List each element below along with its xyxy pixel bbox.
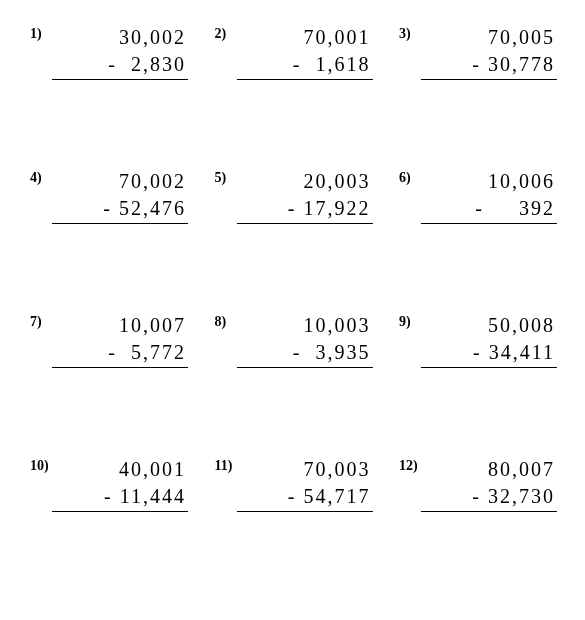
problem-item: 4) 70,002 - 52,476 <box>28 168 188 224</box>
problem-body: 70,003 - 54,717 <box>241 456 373 512</box>
problem-item: 8) 10,003 - 3,935 <box>213 312 373 368</box>
subtrahend-line: - 392 <box>425 195 557 222</box>
problem-body: 40,001 - 11,444 <box>56 456 188 512</box>
minuend: 70,001 <box>241 24 373 51</box>
problem-item: 6) 10,006 - 392 <box>397 168 557 224</box>
minuend: 30,002 <box>56 24 188 51</box>
subtrahend: 3,935 <box>316 341 371 363</box>
operator: - <box>472 53 481 75</box>
minuend: 70,005 <box>425 24 557 51</box>
subtrahend: 54,717 <box>304 485 371 507</box>
subtrahend: 32,730 <box>488 485 555 507</box>
problem-row: 1) 30,002 - 2,830 2) 70,001 - 1,618 3) 7… <box>28 24 557 80</box>
problem-number: 8) <box>213 312 241 330</box>
equals-rule <box>421 511 557 512</box>
subtrahend: 392 <box>519 197 555 219</box>
operator: - <box>288 197 297 219</box>
subtrahend-line: - 5,772 <box>56 339 188 366</box>
problem-body: 70,002 - 52,476 <box>56 168 188 224</box>
equals-rule <box>421 223 557 224</box>
problem-number: 12) <box>397 456 425 474</box>
subtrahend-line: - 11,444 <box>56 483 188 510</box>
operator: - <box>472 485 481 507</box>
subtrahend-line: - 54,717 <box>241 483 373 510</box>
minuend: 50,008 <box>425 312 557 339</box>
problem-number: 2) <box>213 24 241 42</box>
minuend: 10,007 <box>56 312 188 339</box>
operator: - <box>108 53 117 75</box>
subtrahend: 30,778 <box>488 53 555 75</box>
subtrahend-line: - 1,618 <box>241 51 373 78</box>
equals-rule <box>237 79 373 80</box>
minuend: 20,003 <box>241 168 373 195</box>
minuend: 10,006 <box>425 168 557 195</box>
problem-item: 9) 50,008 - 34,411 <box>397 312 557 368</box>
problem-item: 2) 70,001 - 1,618 <box>213 24 373 80</box>
problem-number: 6) <box>397 168 425 186</box>
operator: - <box>473 341 482 363</box>
problem-number: 10) <box>28 456 56 474</box>
operator: - <box>103 197 112 219</box>
equals-rule <box>52 511 188 512</box>
problem-body: 10,003 - 3,935 <box>241 312 373 368</box>
problem-item: 10) 40,001 - 11,444 <box>28 456 188 512</box>
subtrahend: 17,922 <box>304 197 371 219</box>
operator: - <box>108 341 117 363</box>
problem-item: 3) 70,005 - 30,778 <box>397 24 557 80</box>
problem-body: 10,007 - 5,772 <box>56 312 188 368</box>
problem-item: 5) 20,003 - 17,922 <box>213 168 373 224</box>
problem-body: 30,002 - 2,830 <box>56 24 188 80</box>
minuend: 40,001 <box>56 456 188 483</box>
problem-number: 5) <box>213 168 241 186</box>
subtrahend-line: - 2,830 <box>56 51 188 78</box>
subtrahend: 34,411 <box>489 341 555 363</box>
problem-item: 12) 80,007 - 32,730 <box>397 456 557 512</box>
minuend: 80,007 <box>425 456 557 483</box>
operator: - <box>288 485 297 507</box>
problem-body: 70,001 - 1,618 <box>241 24 373 80</box>
subtrahend-line: - 17,922 <box>241 195 373 222</box>
equals-rule <box>237 511 373 512</box>
problem-number: 1) <box>28 24 56 42</box>
operator: - <box>475 197 484 219</box>
operator: - <box>104 485 113 507</box>
problem-number: 7) <box>28 312 56 330</box>
problem-body: 70,005 - 30,778 <box>425 24 557 80</box>
problem-number: 4) <box>28 168 56 186</box>
problem-body: 20,003 - 17,922 <box>241 168 373 224</box>
minuend: 10,003 <box>241 312 373 339</box>
equals-rule <box>52 367 188 368</box>
problem-item: 7) 10,007 - 5,772 <box>28 312 188 368</box>
problem-row: 10) 40,001 - 11,444 11) 70,003 - 54,717 … <box>28 456 557 512</box>
operator: - <box>293 53 302 75</box>
subtrahend-line: - 52,476 <box>56 195 188 222</box>
problem-row: 4) 70,002 - 52,476 5) 20,003 - 17,922 6)… <box>28 168 557 224</box>
subtrahend-line: - 3,935 <box>241 339 373 366</box>
subtrahend: 11,444 <box>120 485 186 507</box>
subtrahend-line: - 34,411 <box>425 339 557 366</box>
problem-row: 7) 10,007 - 5,772 8) 10,003 - 3,935 9) 5… <box>28 312 557 368</box>
subtrahend: 5,772 <box>131 341 186 363</box>
subtrahend-line: - 30,778 <box>425 51 557 78</box>
minuend: 70,002 <box>56 168 188 195</box>
equals-rule <box>52 223 188 224</box>
subtrahend: 52,476 <box>119 197 186 219</box>
problem-number: 9) <box>397 312 425 330</box>
problem-body: 10,006 - 392 <box>425 168 557 224</box>
subtrahend-line: - 32,730 <box>425 483 557 510</box>
problem-body: 80,007 - 32,730 <box>425 456 557 512</box>
equals-rule <box>421 367 557 368</box>
problem-number: 11) <box>213 456 241 474</box>
subtrahend: 2,830 <box>131 53 186 75</box>
minuend: 70,003 <box>241 456 373 483</box>
operator: - <box>293 341 302 363</box>
problem-item: 11) 70,003 - 54,717 <box>213 456 373 512</box>
problem-item: 1) 30,002 - 2,830 <box>28 24 188 80</box>
problem-number: 3) <box>397 24 425 42</box>
equals-rule <box>237 367 373 368</box>
equals-rule <box>237 223 373 224</box>
problem-body: 50,008 - 34,411 <box>425 312 557 368</box>
worksheet: 1) 30,002 - 2,830 2) 70,001 - 1,618 3) 7… <box>0 0 585 512</box>
equals-rule <box>52 79 188 80</box>
equals-rule <box>421 79 557 80</box>
